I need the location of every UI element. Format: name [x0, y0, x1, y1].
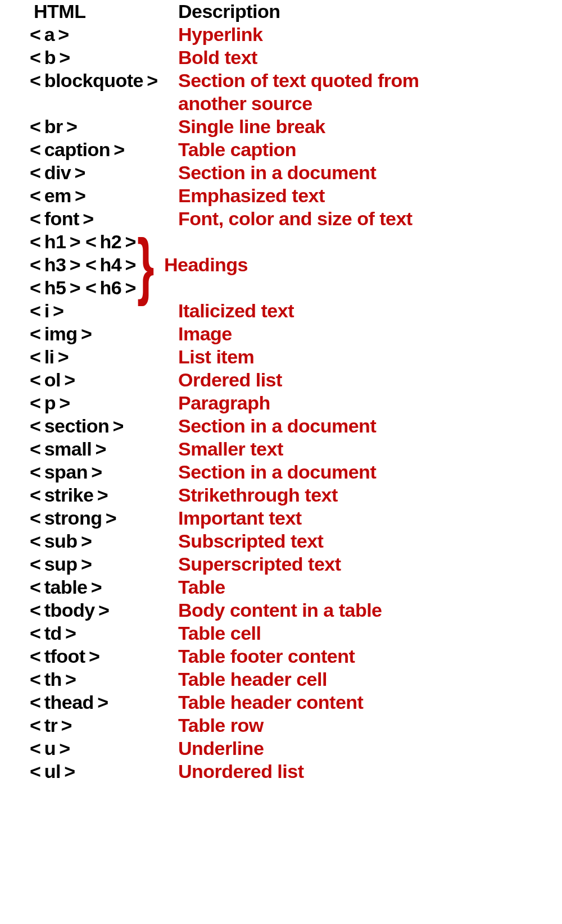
html-tag-small: < small >	[30, 438, 106, 461]
description-tfoot: Table footer content	[178, 645, 355, 668]
description-section: Section in a document	[178, 415, 376, 438]
html-tag-ul: < ul >	[30, 760, 75, 783]
html-tag-font: < font >	[30, 207, 94, 230]
description-p: Paragraph	[178, 392, 270, 415]
description-u: Underline	[178, 737, 264, 760]
description-tbody: Body content in a table	[178, 599, 382, 622]
description-ol: Ordered list	[178, 368, 282, 392]
html-tag-tr: < tr >	[30, 714, 72, 737]
html-tag-h5-h6: < h5 > < h6 >	[30, 276, 136, 299]
description-img: Image	[178, 322, 232, 345]
description-thead: Table header content	[178, 691, 363, 714]
description-li: List item	[178, 345, 254, 368]
description-table: Table	[178, 576, 225, 599]
html-tag-blockquote: < blockquote >	[30, 69, 158, 92]
html-tag-div: < div >	[30, 161, 85, 184]
html-tag-strong: < strong >	[30, 507, 116, 530]
description-small: Smaller text	[178, 438, 283, 461]
html-tag-table: < table >	[30, 576, 102, 599]
description-font: Font, color and size of text	[178, 207, 413, 230]
html-tag-h1-h2: < h1 > < h2 >	[30, 230, 136, 253]
html-tag-section: < section >	[30, 415, 124, 438]
html-tag-b: < b >	[30, 46, 70, 69]
html-tag-thead: < thead >	[30, 691, 108, 714]
description-a: Hyperlink	[178, 23, 262, 46]
html-tag-a: < a >	[30, 23, 69, 46]
html-tag-u: < u >	[30, 737, 70, 760]
description-tr: Table row	[178, 714, 264, 737]
html-tag-td: < td >	[30, 622, 76, 645]
description-i: Italicized text	[178, 299, 294, 322]
html-tag-em: < em >	[30, 184, 85, 207]
html-tag-i: < i >	[30, 299, 64, 322]
html-tag-ol: < ol >	[30, 368, 75, 392]
description-br: Single line break	[178, 115, 325, 138]
description-ul: Unordered list	[178, 760, 303, 783]
description-div: Section in a document	[178, 161, 376, 184]
html-tag-sub: < sub >	[30, 530, 92, 553]
description-caption: Table caption	[178, 138, 296, 161]
header-description: Description	[178, 0, 280, 23]
description-td: Table cell	[178, 622, 261, 645]
html-tag-th: < th >	[30, 668, 76, 691]
page: HTMLDescription< a >Hyperlink< b >Bold t…	[0, 0, 562, 924]
html-tag-img: < img >	[30, 322, 92, 345]
html-tag-tbody: < tbody >	[30, 599, 109, 622]
description-sup: Superscripted text	[178, 553, 341, 576]
description-blockquote: Section of text quoted from another sour…	[178, 69, 470, 115]
html-tag-br: < br >	[30, 115, 77, 138]
description-sub: Subscripted text	[178, 530, 323, 553]
description-th: Table header cell	[178, 668, 327, 691]
html-tag-span: < span >	[30, 461, 102, 484]
description-strong: Important text	[178, 507, 302, 530]
brace-icon: }	[137, 227, 154, 302]
html-tag-li: < li >	[30, 345, 69, 368]
description-strike: Strikethrough text	[178, 484, 338, 507]
description-em: Emphasized text	[178, 184, 325, 207]
description-b: Bold text	[178, 46, 257, 69]
description-headings: Headings	[164, 253, 248, 276]
html-tag-p: < p >	[30, 392, 70, 415]
html-tag-sup: < sup >	[30, 553, 92, 576]
html-tag-tfoot: < tfoot >	[30, 645, 99, 668]
html-tag-caption: < caption >	[30, 138, 125, 161]
html-tag-h3-h4: < h3 > < h4 >	[30, 253, 136, 276]
description-span: Section in a document	[178, 461, 376, 484]
header-html: HTML	[34, 0, 85, 23]
html-tag-strike: < strike >	[30, 484, 108, 507]
